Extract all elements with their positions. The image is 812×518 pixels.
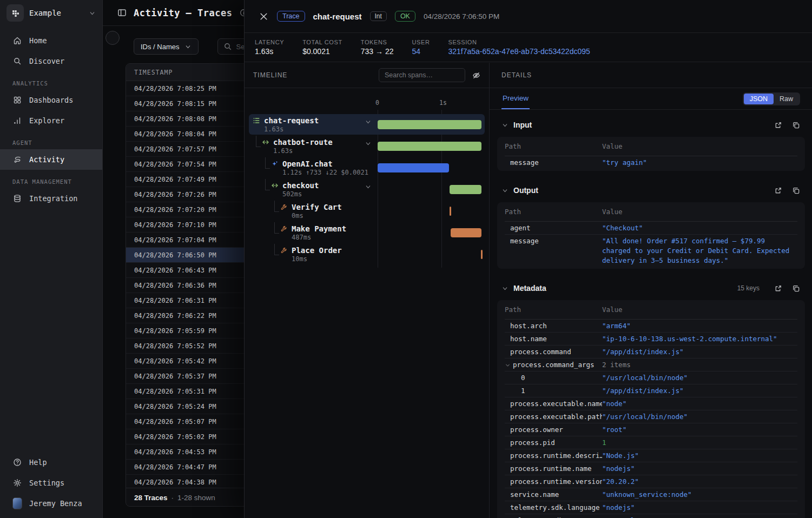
section-header[interactable]: Metadata15 keys — [490, 280, 812, 297]
stat-label: TOKENS — [361, 39, 394, 45]
kv-row[interactable]: telemetry.sdk.name"opentelemetry" — [505, 514, 797, 518]
stat-value[interactable]: 321f7a5a-652a-47e8-ab73-dc53422dc095 — [448, 47, 590, 56]
sidebar-nav: HomeDiscoverANALYTICSDashboardsExplorerA… — [0, 26, 102, 452]
spans-search-input[interactable] — [385, 71, 459, 79]
activity-icon — [13, 155, 22, 164]
sidebar-item-integration[interactable]: Integration — [0, 188, 102, 209]
sidebar-item-dashboards[interactable]: Dashboards — [0, 90, 102, 110]
panel-left-icon[interactable] — [117, 8, 127, 17]
stat-label: USER — [412, 39, 430, 45]
kv-row[interactable]: 0"/usr/local/bin/node" — [505, 371, 797, 384]
kv-row[interactable]: process.command_args2 items — [505, 358, 797, 371]
section-header[interactable]: Input — [490, 116, 812, 134]
view-toggle-json[interactable]: JSON — [744, 94, 774, 104]
close-icon[interactable] — [258, 11, 269, 22]
copy-icon[interactable] — [792, 284, 800, 293]
kv-row[interactable]: process.runtime.version"20.20.2" — [505, 475, 797, 488]
chevron-down-icon[interactable] — [365, 183, 372, 192]
trace-title: chat-request — [313, 12, 362, 21]
eye-off-icon[interactable] — [472, 71, 480, 79]
chevron-down-icon[interactable] — [501, 187, 509, 194]
kv-row[interactable]: process.executable.path"/usr/local/bin/n… — [505, 410, 797, 423]
span-row-chat-request[interactable]: chat-request1.63s — [245, 114, 489, 136]
kv-path: service.name — [505, 490, 602, 500]
span-bar[interactable] — [451, 228, 481, 237]
tree-guide — [274, 201, 279, 212]
expand-icon[interactable] — [774, 121, 782, 129]
kv-row[interactable]: 1"/app/dist/index.js" — [505, 384, 797, 397]
kv-row[interactable]: telemetry.sdk.language"nodejs" — [505, 501, 797, 514]
chevron-down-icon[interactable] — [501, 285, 509, 292]
span-bar[interactable] — [481, 250, 483, 259]
kv-row[interactable]: process.pid1 — [505, 436, 797, 449]
cell-timestamp: 04/28/2026 7:05:31 PM — [134, 388, 248, 395]
kv-path: process.command — [505, 347, 602, 357]
copy-icon[interactable] — [792, 187, 800, 195]
kv-value: "root" — [602, 425, 797, 435]
kv-row[interactable]: service.name"unknown_service:node" — [505, 488, 797, 501]
kv-path: telemetry.sdk.language — [505, 503, 602, 513]
sidebar-item-user[interactable]: Jeremy Benza — [0, 493, 102, 514]
kv-row[interactable]: process.command"/app/dist/index.js" — [505, 346, 797, 358]
span-bar[interactable] — [450, 185, 481, 194]
chevron-down-icon[interactable] — [365, 140, 372, 149]
copy-icon[interactable] — [792, 121, 800, 129]
kv-row[interactable]: agent"Checkout" — [505, 222, 797, 235]
column-path: Path — [505, 142, 602, 150]
workspace-switcher[interactable]: Example — [0, 0, 102, 26]
kv-row[interactable]: process.executable.name"node" — [505, 397, 797, 410]
column-path: Path — [505, 306, 602, 314]
span-bar[interactable] — [378, 120, 481, 129]
kv-path: host.name — [505, 334, 602, 344]
expand-icon[interactable] — [774, 187, 782, 195]
span-row-verify-cart[interactable]: Verify Cart0ms — [245, 201, 489, 222]
span-name: Verify Cart — [292, 203, 342, 211]
chevron-down-icon[interactable] — [501, 122, 509, 129]
stat-value[interactable]: 54 — [412, 47, 430, 56]
chevron-down-icon — [184, 43, 192, 50]
expand-icon[interactable] — [774, 284, 782, 293]
cell-timestamp: 04/28/2026 7:05:42 PM — [134, 357, 248, 365]
span-bar[interactable] — [378, 163, 449, 172]
collapse-panel-button[interactable] — [105, 31, 120, 45]
trace-panel-body: TIMELINE 01schat-request1.63schatbot-rou… — [245, 63, 812, 518]
span-row-place-order[interactable]: Place Order10ms — [245, 244, 489, 265]
sidebar-item-explorer[interactable]: Explorer — [0, 110, 102, 131]
kv-row[interactable]: message"try again" — [505, 156, 797, 169]
kv-row[interactable]: host.name"ip-10-6-10-138.us-west-2.compu… — [505, 333, 797, 346]
kv-value: "Checkout" — [602, 223, 797, 233]
list-icon — [253, 117, 260, 124]
kv-path: 1 — [505, 386, 602, 396]
kv-row[interactable]: process.owner"root" — [505, 423, 797, 436]
trace-panel-header: Trace chat-request Int OK 04/28/2026 7:0… — [245, 0, 812, 33]
kv-row[interactable]: process.runtime.name"nodejs" — [505, 462, 797, 475]
arrows-lr-icon — [271, 182, 279, 189]
sidebar-item-discover[interactable]: Discover — [0, 51, 102, 71]
sidebar-item-settings[interactable]: Settings — [0, 473, 102, 493]
cell-timestamp: 04/28/2026 7:07:57 PM — [134, 145, 248, 153]
sidebar-item-help[interactable]: Help — [0, 452, 102, 473]
kv-row[interactable]: message"All done! Order #517 confirmed —… — [505, 235, 797, 267]
trace-detail-panel: Trace chat-request Int OK 04/28/2026 7:0… — [244, 0, 812, 518]
span-row-chatbot-route[interactable]: chatbot-route1.63s — [245, 136, 489, 157]
span-bar[interactable] — [450, 207, 451, 216]
spans-search[interactable] — [379, 68, 465, 82]
span-bar[interactable] — [378, 142, 481, 151]
tab-preview[interactable]: Preview — [501, 88, 530, 109]
chevron-down-icon[interactable] — [505, 362, 511, 368]
section-header[interactable]: Output — [490, 182, 812, 199]
span-name: chat-request — [264, 116, 319, 125]
sidebar-item-home[interactable]: Home — [0, 30, 102, 51]
kv-row[interactable]: process.runtime.descri…"Node.js" — [505, 449, 797, 462]
span-row-make-payment[interactable]: Make Payment487ms — [245, 222, 489, 244]
sidebar-item-activity[interactable]: Activity — [0, 149, 102, 170]
kv-path: process.command_args — [505, 360, 602, 370]
span-row-openai-chat[interactable]: OpenAI.chat1.12s ↑733 ↓22 $0.0021 — [245, 157, 489, 179]
sidebar-item-label: Home — [29, 36, 47, 45]
kv-row[interactable]: host.arch"arm64" — [505, 320, 797, 333]
view-toggle-raw[interactable]: Raw — [774, 94, 799, 104]
id-name-filter-dropdown[interactable]: IDs / Names — [134, 38, 199, 55]
details-label: DETAILS — [501, 71, 532, 79]
span-row-checkout[interactable]: checkout502ms — [245, 179, 489, 201]
chevron-down-icon[interactable] — [365, 118, 372, 128]
